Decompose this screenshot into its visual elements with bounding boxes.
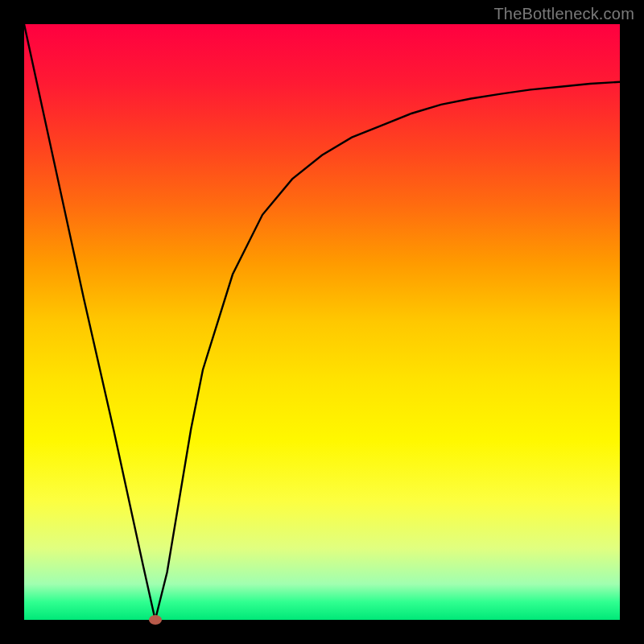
plot-area bbox=[24, 24, 620, 620]
watermark-text: TheBottleneck.com bbox=[493, 5, 634, 23]
bottleneck-curve bbox=[24, 24, 620, 620]
optimal-point-marker bbox=[149, 615, 162, 625]
